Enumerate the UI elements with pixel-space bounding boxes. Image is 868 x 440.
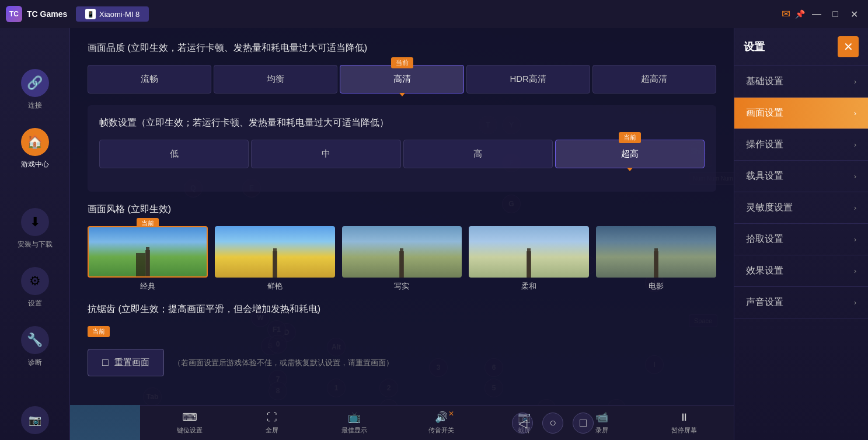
fps-btn-medium[interactable]: 中 [251,140,400,168]
right-panel-close[interactable]: ✕ [838,36,859,57]
style-section: 画面风格 (立即生效) 当前 经典 鲜艳 [88,203,716,292]
bottom-keyboard[interactable]: ⌨ 键位设置 [177,411,203,435]
record-icon: 📹 [594,411,610,424]
tab-label: Xiaomi-MI 8 [99,10,140,19]
nav-recent-button[interactable]: □ [573,413,594,434]
games-icon: 🏠 [21,128,49,156]
sidebar-item-install[interactable]: ⬇ 安装与下载 [0,202,69,255]
menu-label-screen: 画面设置 [746,107,783,119]
style-thumb-cinema [596,226,716,278]
sidebar-item-screenshot[interactable]: 📷 [0,400,69,440]
keyboard-icon: ⌨ [182,411,198,424]
bottom-transfer[interactable]: 🔊✕ 传音开关 [428,411,454,435]
menu-item-sound[interactable]: 声音设置 › [734,287,868,318]
nav-home-button[interactable]: ○ [542,413,563,434]
best-display-icon: 📺 [346,411,362,424]
bottom-record[interactable]: 📹 录屏 [594,411,610,435]
sidebar-item-diagnose[interactable]: 🔧 诊断 [0,320,69,373]
quality-btn-hdr[interactable]: HDR高清 [466,65,590,93]
menu-item-vehicle[interactable]: 载具设置 › [734,161,868,192]
fps-section: 帧数设置（立即生效；若运行卡顿、发热量和耗电量过大可适当降低） 低 中 高 当前… [88,105,716,192]
menu-item-effect[interactable]: 效果设置 › [734,255,868,287]
minimize-button[interactable]: — [808,6,825,22]
active-tab[interactable]: 📱 Xiaomi-MI 8 [76,6,149,22]
fps-badge: 当前 [619,132,641,143]
menu-label-pickup: 拾取设置 [746,233,783,245]
anti-badge: 当前 [88,326,110,337]
transfer-x-icon: ✕ [448,410,454,418]
quality-btn-smooth[interactable]: 流畅 [88,65,211,93]
reset-button[interactable]: □ 重置画面 [88,349,164,376]
style-cinema[interactable]: 电影 [596,226,716,292]
bottom-bar: ⌨ 键位设置 ⛶ 全屏 📺 最佳显示 🔊✕ 传音开关 📷 截屏 📹 录屏 ⏸ 暂… [140,405,734,440]
nav-back-button[interactable]: ◁ [512,413,533,434]
menu-item-operation[interactable]: 操作设置 › [734,129,868,161]
bottom-pause[interactable]: ⏸ 暂停屏幕 [671,411,697,435]
settings-icon: ⚙ [21,267,49,295]
titlebar: TC TC Games 📱 Xiaomi-MI 8 ✉ 📌 — □ ✕ [0,0,868,28]
sidebar-label-install: 安装与下载 [18,240,53,250]
menu-label-operation: 操作设置 [746,138,783,151]
quality-btn-ultra[interactable]: 超高清 [592,65,716,93]
menu-item-basic[interactable]: 基础设置 › [734,66,868,98]
style-classic[interactable]: 当前 经典 [88,226,208,292]
menu-arrow-pickup: › [854,235,856,244]
keyboard-label: 键位设置 [177,426,203,435]
fps-btn-high[interactable]: 高 [403,140,553,168]
fps-btn-ultra[interactable]: 当前 超高 [555,140,705,168]
menu-label-sound: 声音设置 [746,296,783,309]
fps-btn-low[interactable]: 低 [99,140,249,168]
sidebar-item-settings[interactable]: ⚙ 设置 [0,261,69,314]
right-panel-menu: 基础设置 › 画面设置 › 操作设置 › 载具设置 › 灵敏度设置 › 拾取设置… [734,66,868,440]
menu-item-pickup[interactable]: 拾取设置 › [734,224,868,255]
menu-label-sensitivity: 灵敏度设置 [746,202,793,214]
menu-item-sensitivity[interactable]: 灵敏度设置 › [734,192,868,224]
right-panel-header: 设置 ✕ [734,28,868,66]
style-thumb-realistic [342,226,462,278]
nav-controls: ◁ ○ □ [512,413,594,434]
sidebar-label-diagnose: 诊断 [28,358,42,368]
sidebar-item-games[interactable]: 🏠 游戏中心 [0,122,69,175]
diagnose-icon: 🔧 [21,326,49,354]
style-thumb-classic [88,226,208,278]
quality-btn-hd[interactable]: 当前 高清 [340,65,463,93]
right-panel-title: 设置 [744,40,765,54]
menu-arrow-vehicle: › [854,172,856,181]
close-button[interactable]: ✕ [846,6,862,22]
style-vivid[interactable]: 鲜艳 [215,226,335,292]
style-soft[interactable]: 柔和 [469,226,589,292]
bottom-best-display[interactable]: 📺 最佳显示 [341,411,367,435]
quality-badge: 当前 [391,57,413,68]
pin-icon[interactable]: 📌 [795,9,805,19]
menu-arrow-basic: › [854,78,856,86]
fps-options: 低 中 高 当前 超高 [99,140,705,168]
style-label-classic: 经典 [88,281,208,292]
style-label-realistic: 写实 [342,281,462,292]
menu-arrow-screen: › [854,109,856,117]
pause-icon: ⏸ [676,411,692,424]
style-label-soft: 柔和 [469,281,589,292]
menu-arrow-sound: › [854,299,856,307]
bottom-fullscreen[interactable]: ⛶ 全屏 [264,411,280,435]
anti-title: 抗锯齿 (立即生效；提高画面平滑，但会增加发热和耗电) [88,303,716,316]
sidebar: 🔗 连接 🏠 游戏中心 ⬇ 安装与下载 ⚙ 设置 🔧 诊断 📷 [0,28,70,440]
style-options: 当前 经典 鲜艳 写实 [88,226,716,292]
style-realistic[interactable]: 写实 [342,226,462,292]
app-logo: TC TC Games [0,6,70,22]
reset-label: 重置画面 [114,357,149,368]
fps-title: 帧数设置（立即生效；若运行卡顿、发热量和耗电量过大可适当降低） [99,117,705,129]
menu-item-screen[interactable]: 画面设置 › [734,98,868,129]
quality-btn-balanced[interactable]: 均衡 [214,65,337,93]
style-thumb-soft [469,226,589,278]
maximize-button[interactable]: □ [827,6,843,22]
anti-section: 抗锯齿 (立即生效；提高画面平滑，但会增加发热和耗电) 当前 [88,303,716,337]
transfer-label: 传音开关 [428,426,454,435]
mail-icon[interactable]: ✉ [782,8,790,20]
app-title: TC Games [27,9,67,19]
fullscreen-label: 全屏 [266,426,278,435]
window-controls: ✉ 📌 — □ ✕ [782,6,862,22]
quality-title: 画面品质 (立即生效，若运行卡顿、发热量和耗电量过大可适当降低) [88,42,716,54]
menu-arrow-effect: › [854,267,856,275]
sidebar-item-connect[interactable]: 🔗 连接 [0,63,69,116]
best-display-label: 最佳显示 [341,426,367,435]
